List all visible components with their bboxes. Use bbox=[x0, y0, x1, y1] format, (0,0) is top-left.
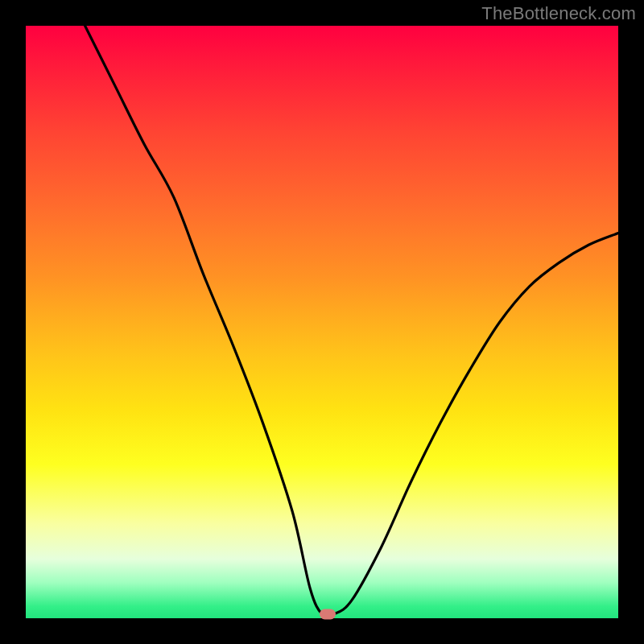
chart-frame: TheBottleneck.com bbox=[0, 0, 644, 644]
optimal-point-marker bbox=[320, 609, 336, 619]
plot-area bbox=[26, 26, 618, 618]
bottleneck-curve bbox=[26, 26, 618, 618]
watermark-text: TheBottleneck.com bbox=[481, 3, 636, 24]
